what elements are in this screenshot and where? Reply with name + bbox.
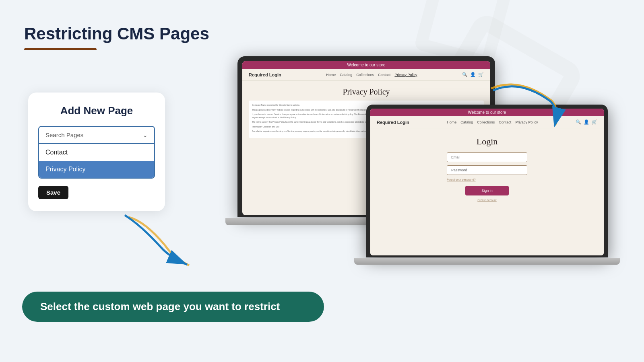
arrow-between-laptops <box>487 80 568 145</box>
laptop1-page-title: Privacy Policy <box>249 87 484 97</box>
login-password-input[interactable] <box>447 165 527 175</box>
page-title: Restricting CMS Pages <box>24 24 209 43</box>
add-new-page-card: Add New Page Search Pages ⌄ Contact Priv… <box>28 93 165 211</box>
laptop2-nav-icons: 🔍 👤 🛒 <box>576 119 597 125</box>
cart-icon: 🛒 <box>478 72 484 77</box>
search-placeholder-label: Search Pages <box>45 132 83 138</box>
cart-icon-2: 🛒 <box>592 119 597 125</box>
forgot-password-link[interactable]: Forgot your password? <box>447 178 476 181</box>
laptop1-nav-icons: 🔍 👤 🛒 <box>462 72 484 77</box>
laptop1-nav: Required Login Home Catalog Collections … <box>242 69 490 81</box>
laptop2-brand: Required Login <box>377 120 409 125</box>
account-icon-2: 👤 <box>584 119 589 125</box>
laptop1-brand: Required Login <box>249 72 281 77</box>
arrow-down-right <box>105 213 197 269</box>
laptop-2-base <box>354 258 620 265</box>
laptop1-nav-links: Home Catalog Collections Contact Privacy… <box>326 73 417 77</box>
card-title: Add New Page <box>38 105 155 117</box>
chevron-down-icon: ⌄ <box>143 132 148 138</box>
laptop1-topbar: Welcome to our store <box>242 61 490 69</box>
sign-in-button[interactable]: Sign in <box>465 186 509 195</box>
create-account-link[interactable]: Create account <box>477 199 496 202</box>
dropdown-item-privacy-policy[interactable]: Privacy Policy <box>39 161 154 178</box>
title-underline <box>24 48 97 50</box>
search-icon-2: 🔍 <box>576 119 581 125</box>
search-dropdown[interactable]: Search Pages ⌄ Contact Privacy Policy <box>38 126 155 179</box>
login-email-input[interactable] <box>447 152 527 162</box>
dropdown-list: Contact Privacy Policy <box>38 144 155 179</box>
account-icon: 👤 <box>470 72 476 77</box>
save-button[interactable]: Save <box>38 186 68 199</box>
banner-text: Select the custom web page you want to r… <box>40 300 280 313</box>
dropdown-item-contact[interactable]: Contact <box>39 144 154 161</box>
laptop-container: Welcome to our store Required Login Home… <box>262 56 624 314</box>
search-icon: 🔍 <box>462 72 468 77</box>
search-dropdown-trigger[interactable]: Search Pages ⌄ <box>38 126 155 144</box>
